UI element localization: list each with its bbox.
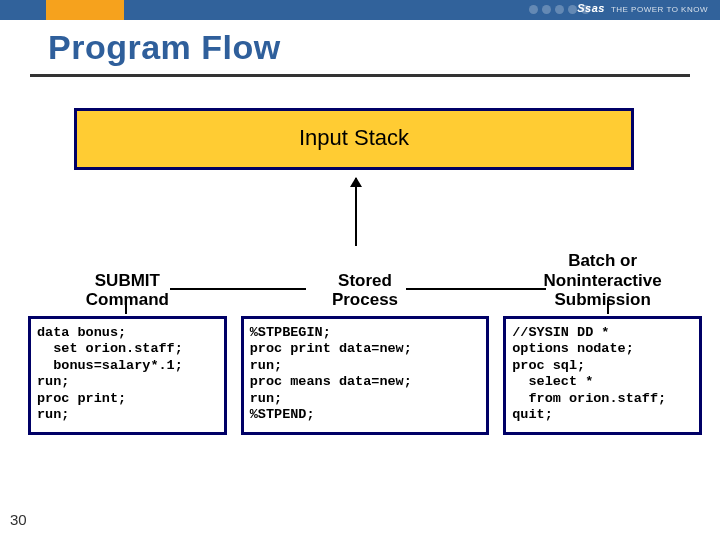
title-rule xyxy=(30,74,690,77)
col-stored: Stored Process %STPBEGIN; proc print dat… xyxy=(241,248,489,435)
sas-logo: SsasTHE POWER TO KNOW xyxy=(577,2,708,14)
code-submit: data bonus; set orion.staff; bonus=salar… xyxy=(28,316,227,435)
col-submit: SUBMIT Command data bonus; set orion.sta… xyxy=(28,248,227,435)
input-stack-label: Input Stack xyxy=(74,108,634,170)
header-accent xyxy=(46,0,124,20)
label-stored: Stored Process xyxy=(332,248,398,310)
label-submit: SUBMIT Command xyxy=(86,248,169,310)
header-bar: SsasTHE POWER TO KNOW xyxy=(0,0,720,20)
code-stored: %STPBEGIN; proc print data=new; run; pro… xyxy=(241,316,489,435)
columns: SUBMIT Command data bonus; set orion.sta… xyxy=(28,248,702,435)
col-batch: Batch or Noninteractive Submission //SYS… xyxy=(503,248,702,435)
input-stack-box: Input Stack xyxy=(74,108,634,170)
label-batch: Batch or Noninteractive Submission xyxy=(544,248,662,310)
code-batch: //SYSIN DD * options nodate; proc sql; s… xyxy=(503,316,702,435)
arrow-stored-to-stack xyxy=(355,178,357,246)
page-title: Program Flow xyxy=(48,28,281,67)
page-number: 30 xyxy=(10,511,27,528)
